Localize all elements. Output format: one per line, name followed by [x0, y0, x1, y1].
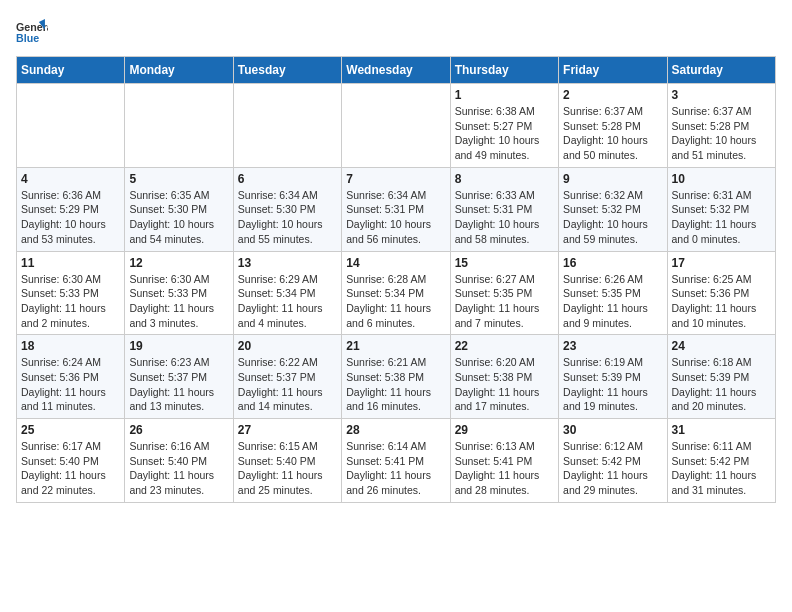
calendar-table: SundayMondayTuesdayWednesdayThursdayFrid… — [16, 56, 776, 503]
day-info: Sunrise: 6:19 AMSunset: 5:39 PMDaylight:… — [563, 355, 662, 414]
calendar-header-friday: Friday — [559, 57, 667, 84]
day-info: Sunrise: 6:20 AMSunset: 5:38 PMDaylight:… — [455, 355, 554, 414]
day-info: Sunrise: 6:27 AMSunset: 5:35 PMDaylight:… — [455, 272, 554, 331]
calendar-week-2: 11Sunrise: 6:30 AMSunset: 5:33 PMDayligh… — [17, 251, 776, 335]
calendar-header-row: SundayMondayTuesdayWednesdayThursdayFrid… — [17, 57, 776, 84]
calendar-cell: 18Sunrise: 6:24 AMSunset: 5:36 PMDayligh… — [17, 335, 125, 419]
day-info: Sunrise: 6:18 AMSunset: 5:39 PMDaylight:… — [672, 355, 771, 414]
day-info: Sunrise: 6:38 AMSunset: 5:27 PMDaylight:… — [455, 104, 554, 163]
day-number: 16 — [563, 256, 662, 270]
calendar-week-0: 1Sunrise: 6:38 AMSunset: 5:27 PMDaylight… — [17, 84, 776, 168]
day-info: Sunrise: 6:29 AMSunset: 5:34 PMDaylight:… — [238, 272, 337, 331]
calendar-header-thursday: Thursday — [450, 57, 558, 84]
day-info: Sunrise: 6:30 AMSunset: 5:33 PMDaylight:… — [129, 272, 228, 331]
calendar-cell: 28Sunrise: 6:14 AMSunset: 5:41 PMDayligh… — [342, 419, 450, 503]
day-number: 8 — [455, 172, 554, 186]
day-info: Sunrise: 6:28 AMSunset: 5:34 PMDaylight:… — [346, 272, 445, 331]
day-info: Sunrise: 6:21 AMSunset: 5:38 PMDaylight:… — [346, 355, 445, 414]
day-info: Sunrise: 6:34 AMSunset: 5:31 PMDaylight:… — [346, 188, 445, 247]
day-number: 26 — [129, 423, 228, 437]
calendar-cell: 7Sunrise: 6:34 AMSunset: 5:31 PMDaylight… — [342, 167, 450, 251]
day-info: Sunrise: 6:30 AMSunset: 5:33 PMDaylight:… — [21, 272, 120, 331]
day-number: 24 — [672, 339, 771, 353]
calendar-cell: 21Sunrise: 6:21 AMSunset: 5:38 PMDayligh… — [342, 335, 450, 419]
day-number: 14 — [346, 256, 445, 270]
day-number: 7 — [346, 172, 445, 186]
header: GeneralBlue — [16, 16, 776, 48]
day-info: Sunrise: 6:13 AMSunset: 5:41 PMDaylight:… — [455, 439, 554, 498]
calendar-cell: 12Sunrise: 6:30 AMSunset: 5:33 PMDayligh… — [125, 251, 233, 335]
day-info: Sunrise: 6:14 AMSunset: 5:41 PMDaylight:… — [346, 439, 445, 498]
calendar-cell: 26Sunrise: 6:16 AMSunset: 5:40 PMDayligh… — [125, 419, 233, 503]
day-number: 10 — [672, 172, 771, 186]
day-info: Sunrise: 6:11 AMSunset: 5:42 PMDaylight:… — [672, 439, 771, 498]
calendar-cell: 27Sunrise: 6:15 AMSunset: 5:40 PMDayligh… — [233, 419, 341, 503]
calendar-cell — [233, 84, 341, 168]
day-number: 12 — [129, 256, 228, 270]
day-number: 13 — [238, 256, 337, 270]
calendar-cell: 29Sunrise: 6:13 AMSunset: 5:41 PMDayligh… — [450, 419, 558, 503]
day-info: Sunrise: 6:17 AMSunset: 5:40 PMDaylight:… — [21, 439, 120, 498]
day-number: 4 — [21, 172, 120, 186]
day-info: Sunrise: 6:22 AMSunset: 5:37 PMDaylight:… — [238, 355, 337, 414]
day-info: Sunrise: 6:35 AMSunset: 5:30 PMDaylight:… — [129, 188, 228, 247]
day-info: Sunrise: 6:32 AMSunset: 5:32 PMDaylight:… — [563, 188, 662, 247]
day-number: 9 — [563, 172, 662, 186]
day-info: Sunrise: 6:34 AMSunset: 5:30 PMDaylight:… — [238, 188, 337, 247]
calendar-cell: 5Sunrise: 6:35 AMSunset: 5:30 PMDaylight… — [125, 167, 233, 251]
calendar-cell: 9Sunrise: 6:32 AMSunset: 5:32 PMDaylight… — [559, 167, 667, 251]
day-number: 2 — [563, 88, 662, 102]
calendar-cell: 8Sunrise: 6:33 AMSunset: 5:31 PMDaylight… — [450, 167, 558, 251]
calendar-cell — [125, 84, 233, 168]
day-number: 17 — [672, 256, 771, 270]
day-number: 29 — [455, 423, 554, 437]
calendar-cell: 13Sunrise: 6:29 AMSunset: 5:34 PMDayligh… — [233, 251, 341, 335]
day-info: Sunrise: 6:31 AMSunset: 5:32 PMDaylight:… — [672, 188, 771, 247]
calendar-cell: 25Sunrise: 6:17 AMSunset: 5:40 PMDayligh… — [17, 419, 125, 503]
calendar-cell: 3Sunrise: 6:37 AMSunset: 5:28 PMDaylight… — [667, 84, 775, 168]
day-info: Sunrise: 6:15 AMSunset: 5:40 PMDaylight:… — [238, 439, 337, 498]
calendar-cell — [17, 84, 125, 168]
calendar-cell: 30Sunrise: 6:12 AMSunset: 5:42 PMDayligh… — [559, 419, 667, 503]
logo: GeneralBlue — [16, 16, 48, 48]
day-info: Sunrise: 6:36 AMSunset: 5:29 PMDaylight:… — [21, 188, 120, 247]
calendar-cell: 14Sunrise: 6:28 AMSunset: 5:34 PMDayligh… — [342, 251, 450, 335]
day-info: Sunrise: 6:16 AMSunset: 5:40 PMDaylight:… — [129, 439, 228, 498]
calendar-header-wednesday: Wednesday — [342, 57, 450, 84]
day-number: 21 — [346, 339, 445, 353]
day-number: 22 — [455, 339, 554, 353]
day-info: Sunrise: 6:25 AMSunset: 5:36 PMDaylight:… — [672, 272, 771, 331]
calendar-cell: 15Sunrise: 6:27 AMSunset: 5:35 PMDayligh… — [450, 251, 558, 335]
day-number: 5 — [129, 172, 228, 186]
calendar-header-tuesday: Tuesday — [233, 57, 341, 84]
calendar-header-monday: Monday — [125, 57, 233, 84]
calendar-cell: 24Sunrise: 6:18 AMSunset: 5:39 PMDayligh… — [667, 335, 775, 419]
day-info: Sunrise: 6:37 AMSunset: 5:28 PMDaylight:… — [672, 104, 771, 163]
day-info: Sunrise: 6:12 AMSunset: 5:42 PMDaylight:… — [563, 439, 662, 498]
calendar-cell: 20Sunrise: 6:22 AMSunset: 5:37 PMDayligh… — [233, 335, 341, 419]
calendar-cell: 11Sunrise: 6:30 AMSunset: 5:33 PMDayligh… — [17, 251, 125, 335]
calendar-cell: 2Sunrise: 6:37 AMSunset: 5:28 PMDaylight… — [559, 84, 667, 168]
calendar-cell: 1Sunrise: 6:38 AMSunset: 5:27 PMDaylight… — [450, 84, 558, 168]
calendar-cell: 22Sunrise: 6:20 AMSunset: 5:38 PMDayligh… — [450, 335, 558, 419]
day-info: Sunrise: 6:23 AMSunset: 5:37 PMDaylight:… — [129, 355, 228, 414]
calendar-week-1: 4Sunrise: 6:36 AMSunset: 5:29 PMDaylight… — [17, 167, 776, 251]
day-number: 23 — [563, 339, 662, 353]
day-number: 28 — [346, 423, 445, 437]
calendar-header-sunday: Sunday — [17, 57, 125, 84]
day-number: 6 — [238, 172, 337, 186]
day-info: Sunrise: 6:33 AMSunset: 5:31 PMDaylight:… — [455, 188, 554, 247]
day-number: 3 — [672, 88, 771, 102]
calendar-cell: 16Sunrise: 6:26 AMSunset: 5:35 PMDayligh… — [559, 251, 667, 335]
calendar-cell: 6Sunrise: 6:34 AMSunset: 5:30 PMDaylight… — [233, 167, 341, 251]
calendar-cell: 17Sunrise: 6:25 AMSunset: 5:36 PMDayligh… — [667, 251, 775, 335]
calendar-cell: 23Sunrise: 6:19 AMSunset: 5:39 PMDayligh… — [559, 335, 667, 419]
day-number: 20 — [238, 339, 337, 353]
calendar-cell — [342, 84, 450, 168]
calendar-week-3: 18Sunrise: 6:24 AMSunset: 5:36 PMDayligh… — [17, 335, 776, 419]
calendar-cell: 4Sunrise: 6:36 AMSunset: 5:29 PMDaylight… — [17, 167, 125, 251]
logo-icon: GeneralBlue — [16, 16, 48, 48]
day-number: 25 — [21, 423, 120, 437]
day-number: 18 — [21, 339, 120, 353]
calendar-cell: 31Sunrise: 6:11 AMSunset: 5:42 PMDayligh… — [667, 419, 775, 503]
